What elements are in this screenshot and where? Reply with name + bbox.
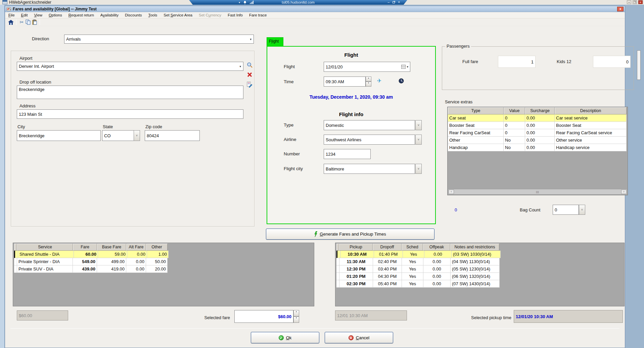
home-icon[interactable] xyxy=(8,19,14,25)
header-cell[interactable] xyxy=(336,244,339,251)
cell[interactable]: Yes xyxy=(402,265,423,273)
cell[interactable]: Car seat service xyxy=(555,114,627,122)
cell[interactable] xyxy=(14,258,17,265)
cell[interactable]: 0.00 xyxy=(525,129,555,137)
table-row[interactable]: Shared Shuttle - DIA60.0059.000.001.00 xyxy=(14,251,169,258)
cell[interactable]: 20.00 xyxy=(146,265,168,273)
service-extras-hscrollbar[interactable]: ‹ ||| › xyxy=(448,189,627,195)
edit-notes-icon[interactable] xyxy=(247,82,252,89)
minimize-icon[interactable]: – xyxy=(627,0,631,4)
cell[interactable]: 0.00 xyxy=(127,251,147,258)
calendar-icon[interactable] xyxy=(401,65,406,69)
cell[interactable]: Yes xyxy=(403,251,424,258)
header-cell[interactable]: Offpeak xyxy=(423,244,450,251)
cell[interactable]: No xyxy=(504,137,525,144)
table-row[interactable]: 12:30 PM03:40 PMYes0.00(05 SW) 1230(0/14… xyxy=(336,265,501,273)
header-cell[interactable]: Sched xyxy=(402,244,423,251)
header-cell[interactable]: Description xyxy=(555,107,627,114)
airport-combo[interactable]: Denver Int. Airport ▾ xyxy=(17,62,243,71)
table-row[interactable]: 11:30 AM02:40 PMYes0.00(04 SW) 1130(0/14… xyxy=(336,258,501,265)
cell[interactable]: 0 xyxy=(504,122,525,129)
header-cell[interactable]: Type xyxy=(448,107,504,114)
cell[interactable]: 12:30 PM xyxy=(339,265,373,273)
selected-fare-spinner[interactable]: ▴ ▾ xyxy=(293,310,299,323)
cell[interactable]: 01:20 PM xyxy=(339,273,373,280)
airline-chevron[interactable]: ˅ xyxy=(415,135,422,145)
cell[interactable]: 05:40 PM xyxy=(373,280,402,288)
cell[interactable]: Booster Seat xyxy=(448,122,504,129)
header-cell[interactable]: Dropoff xyxy=(373,244,402,251)
cell[interactable]: (05 SW) 1230(0/14) xyxy=(451,265,500,273)
cell[interactable] xyxy=(336,251,340,258)
flight-number-input[interactable] xyxy=(324,149,371,159)
paste-icon[interactable] xyxy=(31,19,38,25)
header-cell[interactable]: Notes and restrictions xyxy=(450,244,499,251)
menu-request-return[interactable]: Request return xyxy=(68,13,94,17)
cell[interactable]: Other service xyxy=(555,137,627,144)
menu-edit[interactable]: Edit xyxy=(21,13,28,17)
cell[interactable]: Yes xyxy=(402,258,423,265)
header-cell[interactable]: Value xyxy=(504,107,525,114)
menu-tools[interactable]: Tools xyxy=(148,13,157,17)
menu-file[interactable]: File xyxy=(8,13,15,17)
zip-input[interactable] xyxy=(145,130,200,141)
table-row[interactable]: Rear Facing CarSeat00.00Rear Facing CarS… xyxy=(448,129,627,137)
header-cell[interactable]: Base Fare xyxy=(97,244,126,251)
cell[interactable]: 0.00 xyxy=(126,265,146,273)
city-input[interactable] xyxy=(17,130,101,141)
cell[interactable]: 11:30 AM xyxy=(339,258,373,265)
cell[interactable]: Handicap service xyxy=(555,144,627,151)
cell[interactable]: 60.00 xyxy=(74,251,98,258)
rdp-minimize-icon[interactable]: – xyxy=(388,0,390,4)
menu-options[interactable]: Options xyxy=(49,13,62,17)
cancel-button[interactable]: ✕ Cancel xyxy=(325,332,393,343)
cell[interactable]: 0.00 xyxy=(525,137,555,144)
cell[interactable]: 0.00 xyxy=(423,265,451,273)
cell[interactable]: 1.00 xyxy=(147,251,169,258)
scrollbar-grip[interactable]: ||| xyxy=(536,190,539,193)
flight-time-input[interactable] xyxy=(324,77,366,87)
flight-tab[interactable]: Flight xyxy=(267,37,283,46)
cell[interactable]: No xyxy=(504,144,525,151)
flight-type-combo[interactable]: Domestic xyxy=(324,120,415,130)
cell[interactable]: 0.00 xyxy=(423,273,451,280)
cell[interactable]: 02:30 PM xyxy=(339,280,373,288)
cell[interactable]: 0.00 xyxy=(423,280,451,288)
cell[interactable]: (04 SW) 1130(0/14) xyxy=(451,258,500,265)
delete-icon[interactable] xyxy=(247,72,252,79)
window-close-button[interactable]: x xyxy=(617,7,624,11)
airplane-icon[interactable]: ✈ xyxy=(377,78,381,84)
cell[interactable]: 59.00 xyxy=(98,251,127,258)
address-input[interactable] xyxy=(17,109,243,119)
time-spinner[interactable]: ▴ ▾ xyxy=(366,77,371,87)
bag-count-combo[interactable]: 0 xyxy=(553,205,579,215)
table-row[interactable]: HandicapNo0.00Handicap service xyxy=(448,144,627,151)
table-row[interactable]: 10:30 AM01:40 PMYes0.00(03 SW) 1030(0/14… xyxy=(336,251,501,258)
flight-type-chevron[interactable]: ˅ xyxy=(415,120,422,130)
menu-fast-info[interactable]: Fast Info xyxy=(228,13,243,17)
cell[interactable]: Private Sprinter - DIA xyxy=(17,258,73,265)
cell[interactable]: Other xyxy=(448,137,504,144)
cell[interactable]: Private SUV - DIA xyxy=(17,265,73,273)
kids-input[interactable]: 0 xyxy=(593,56,631,68)
cell[interactable]: Handicap xyxy=(448,144,504,151)
generate-fares-button[interactable]: Generate Fares and Pickup Times xyxy=(266,229,434,240)
header-cell[interactable]: Fare xyxy=(73,244,97,251)
cell[interactable] xyxy=(336,280,339,288)
cell[interactable]: Car seat xyxy=(448,114,504,122)
flight-date-input[interactable]: ▾ xyxy=(324,62,410,72)
chevron-down-icon[interactable]: ▾ xyxy=(239,65,241,68)
header-cell[interactable]: Surcharge xyxy=(525,107,555,114)
header-cell[interactable]: Alt Fare xyxy=(126,244,146,251)
cell[interactable]: 10:30 AM xyxy=(340,251,374,258)
cell[interactable]: 0.00 xyxy=(525,122,555,129)
menu-set-service-area[interactable]: Set Service Area xyxy=(164,13,192,17)
cut-icon[interactable]: ✂ xyxy=(18,19,25,25)
cell[interactable]: 0 xyxy=(504,114,525,122)
cell[interactable]: 419.00 xyxy=(97,265,126,273)
menu-availability[interactable]: Availability xyxy=(100,13,119,17)
restore-icon[interactable]: ❐ xyxy=(633,0,637,4)
table-row[interactable]: 01:20 PM04:30 PMYes0.00(06 SW) 1320(0/14… xyxy=(336,273,501,280)
cell[interactable]: Rear Facing CarSeat xyxy=(448,129,504,137)
cell[interactable]: 0.00 xyxy=(525,114,555,122)
